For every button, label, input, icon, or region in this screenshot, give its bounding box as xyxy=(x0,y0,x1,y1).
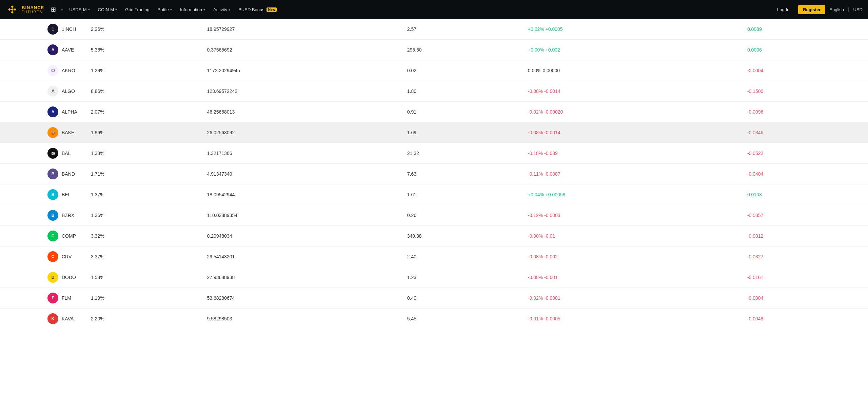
table-row[interactable]: A AAVE 5.36% 0.37565692 295.60 +0.00% +0… xyxy=(0,40,868,60)
coin-icon: K xyxy=(47,313,58,324)
coin-symbol: COMP xyxy=(62,233,76,239)
change-pct-cell: -0.02% -0.00020 xyxy=(521,102,741,122)
coin-cell: ⬡ AKRO xyxy=(0,60,84,81)
table-row[interactable]: A ALPHA 2.07% 46.25668013 0.91 -0.02% -0… xyxy=(0,102,868,122)
change-pct-cell: -0.01% -0.0005 xyxy=(521,309,741,329)
volume-cell: 18.09542944 xyxy=(200,184,400,205)
price-cell: 1.69 xyxy=(400,122,521,143)
percentage-cell: 1.58% xyxy=(84,267,200,288)
volume-cell: 110.03889354 xyxy=(200,205,400,226)
table-container: 1 1INCH 2.26% 18.95729927 2.57 +0.02% +0… xyxy=(0,19,868,329)
coin-icon: D xyxy=(47,272,58,283)
price-cell: 295.60 xyxy=(400,40,521,60)
coin-cell: B BEL xyxy=(0,184,84,205)
nav-busd-bonus[interactable]: BUSD Bonus New xyxy=(236,6,279,14)
table-row[interactable]: 1 1INCH 2.26% 18.95729927 2.57 +0.02% +0… xyxy=(0,19,868,40)
login-button[interactable]: Log In xyxy=(772,5,794,14)
price-cell: 0.91 xyxy=(400,102,521,122)
binance-logo-icon xyxy=(5,3,19,16)
coin-icon: 🍪 xyxy=(47,127,58,138)
price-cell: 2.40 xyxy=(400,246,521,267)
coin-symbol: DODO xyxy=(62,275,76,280)
coin-cell: C COMP xyxy=(0,226,84,246)
logo[interactable]: BINANCE FUTURES xyxy=(5,3,44,16)
change-val-cell: -0.0522 xyxy=(741,143,868,164)
nav-information[interactable]: Information ▾ xyxy=(177,6,208,14)
percentage-cell: 3.32% xyxy=(84,226,200,246)
change-val-cell: 0.0103 xyxy=(741,184,868,205)
chevron-down-icon: ▾ xyxy=(88,8,90,12)
table-row[interactable]: ⬡ AKRO 1.29% 1172.20294945 0.02 0.00% 0.… xyxy=(0,60,868,81)
change-pct-cell: -0.08% -0.0014 xyxy=(521,81,741,102)
table-row[interactable]: ⚖ BAL 1.38% 1.32171366 21.32 -0.18% -0.0… xyxy=(0,143,868,164)
price-cell: 21.32 xyxy=(400,143,521,164)
volume-cell: 27.93688938 xyxy=(200,267,400,288)
price-cell: 0.26 xyxy=(400,205,521,226)
coin-icon: A xyxy=(47,44,58,55)
table-row[interactable]: C COMP 3.32% 0.20948034 340.38 -0.00% -0… xyxy=(0,226,868,246)
coin-cell: A AAVE xyxy=(0,40,84,60)
table-row[interactable]: F FLM 1.19% 53.68280674 0.49 -0.02% -0.0… xyxy=(0,288,868,309)
nav-right-area: Log In Register English | USD xyxy=(772,5,863,14)
coin-icon: B xyxy=(47,210,58,221)
percentage-cell: 2.26% xyxy=(84,19,200,40)
grid-menu-icon[interactable]: ⊞ xyxy=(51,6,56,13)
nav-usdsm[interactable]: USDS-M ▾ xyxy=(66,6,92,14)
chevron-down-icon: ▾ xyxy=(170,8,172,12)
logo-futures-text: FUTURES xyxy=(22,10,44,14)
table-row[interactable]: C CRV 3.37% 29.54143201 2.40 -0.08% -0.0… xyxy=(0,246,868,267)
coin-cell: 1 1INCH xyxy=(0,19,84,40)
volume-cell: 26.02563092 xyxy=(200,122,400,143)
table-row[interactable]: 🍪 BAKE 1.96% 26.02563092 1.69 -0.08% -0.… xyxy=(0,122,868,143)
coins-table: 1 1INCH 2.26% 18.95729927 2.57 +0.02% +0… xyxy=(0,19,868,329)
table-row[interactable]: D DODO 1.58% 27.93688938 1.23 -0.08% -0.… xyxy=(0,267,868,288)
coin-symbol: CRV xyxy=(62,254,72,259)
chevron-down-icon: ▾ xyxy=(229,8,230,12)
coin-symbol: BAL xyxy=(62,151,71,156)
chevron-down-icon: ▾ xyxy=(203,8,205,12)
percentage-cell: 1.29% xyxy=(84,60,200,81)
change-pct-cell: -0.18% -0.039 xyxy=(521,143,741,164)
table-row[interactable]: K KAVA 2.20% 9.58298503 5.45 -0.01% -0.0… xyxy=(0,309,868,329)
percentage-cell: 2.07% xyxy=(84,102,200,122)
volume-cell: 0.20948034 xyxy=(200,226,400,246)
volume-cell: 1.32171366 xyxy=(200,143,400,164)
change-pct-cell: -0.00% -0.01 xyxy=(521,226,741,246)
change-pct-cell: -0.08% -0.0014 xyxy=(521,122,741,143)
nav-coinm[interactable]: COIN-M ▾ xyxy=(95,6,120,14)
nav-activity[interactable]: Activity ▾ xyxy=(211,6,233,14)
table-row[interactable]: B BAND 1.71% 4.91347340 7.63 -0.11% -0.0… xyxy=(0,164,868,184)
nav-battle[interactable]: Battle ▾ xyxy=(155,6,175,14)
nav-grid-trading[interactable]: Grid Trading xyxy=(122,6,152,14)
table-row[interactable]: B BZRX 1.36% 110.03889354 0.26 -0.12% -0… xyxy=(0,205,868,226)
register-button[interactable]: Register xyxy=(798,5,825,14)
coin-symbol: ALPHA xyxy=(62,109,77,115)
price-cell: 1.23 xyxy=(400,267,521,288)
price-cell: 0.02 xyxy=(400,60,521,81)
percentage-cell: 5.36% xyxy=(84,40,200,60)
price-cell: 5.45 xyxy=(400,309,521,329)
coin-icon: ⬡ xyxy=(47,65,58,76)
coin-icon: A xyxy=(47,106,58,117)
language-selector[interactable]: English xyxy=(829,7,844,12)
coin-cell: ⚖ BAL xyxy=(0,143,84,164)
lang-currency-separator: | xyxy=(848,7,849,12)
coin-symbol: BEL xyxy=(62,192,71,197)
percentage-cell: 3.37% xyxy=(84,246,200,267)
table-row[interactable]: Ʌ ALGO 8.86% 123.69572242 1.80 -0.08% -0… xyxy=(0,81,868,102)
coin-icon: C xyxy=(47,231,58,241)
change-val-cell: -0.0346 xyxy=(741,122,868,143)
coin-symbol: BAND xyxy=(62,171,75,177)
coin-cell: A ALPHA xyxy=(0,102,84,122)
coin-icon: 1 xyxy=(47,24,58,35)
percentage-cell: 1.38% xyxy=(84,143,200,164)
change-pct-cell: +0.04% +0.00058 xyxy=(521,184,741,205)
coin-icon: Ʌ xyxy=(47,86,58,97)
volume-cell: 46.25668013 xyxy=(200,102,400,122)
change-val-cell: -0.0161 xyxy=(741,267,868,288)
coin-symbol: ALGO xyxy=(62,88,75,94)
currency-selector[interactable]: USD xyxy=(853,7,863,12)
table-row[interactable]: B BEL 1.37% 18.09542944 1.61 +0.04% +0.0… xyxy=(0,184,868,205)
coin-symbol: BZRX xyxy=(62,213,74,218)
coin-icon: C xyxy=(47,251,58,262)
